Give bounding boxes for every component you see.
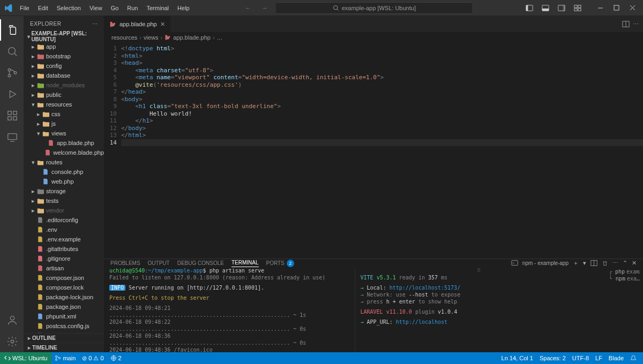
menu-help[interactable]: Help <box>174 3 193 13</box>
command-center-search[interactable]: example-app [WSL: Ubuntu] <box>275 2 473 14</box>
activity-extensions-icon[interactable] <box>0 105 24 126</box>
menu-go[interactable]: Go <box>107 3 123 13</box>
tree-vendor[interactable]: ▸vendor <box>24 206 104 215</box>
status-ports[interactable]: 2 <box>107 355 125 361</box>
window-minimize-icon[interactable] <box>593 2 608 14</box>
tree-web.php[interactable]: web.php <box>24 177 104 186</box>
window-close-icon[interactable] <box>625 2 640 14</box>
breadcrumbs[interactable]: resources›views›app.blade.php›… <box>104 32 643 43</box>
tree-package.json[interactable]: package.json <box>24 302 104 312</box>
panel-tab-output[interactable]: OUTPUT <box>148 260 170 266</box>
tree-views[interactable]: ▾views <box>24 128 104 138</box>
breadcrumb-item[interactable]: resources <box>111 34 137 41</box>
tree-.editorconfig[interactable]: .editorconfig <box>24 215 104 225</box>
tree-storage[interactable]: ▸storage <box>24 186 104 196</box>
terminal-pane-right[interactable]: ⠿ VITE v5.3.1 ready in 357 ms → Local: h… <box>355 267 606 360</box>
status-notifications-icon[interactable] <box>627 355 640 361</box>
status-problems[interactable]: ⊘0 ⚠0 <box>79 355 107 362</box>
tree-config[interactable]: ▸config <box>24 61 104 71</box>
layout-sidebar-right-icon[interactable] <box>554 2 569 14</box>
menu-file[interactable]: File <box>16 3 33 13</box>
customize-layout-icon[interactable] <box>570 2 585 14</box>
tree-.env.example[interactable]: .env.example <box>24 234 104 244</box>
window-maximize-icon[interactable] <box>609 2 624 14</box>
breadcrumb-item[interactable]: … <box>217 34 223 41</box>
activity-search-icon[interactable] <box>0 41 24 62</box>
tree-public[interactable]: ▸public <box>24 90 104 100</box>
tree-package-lock.json[interactable]: package-lock.json <box>24 292 104 302</box>
menu-view[interactable]: View <box>86 3 106 13</box>
status-eol[interactable]: LF <box>592 355 605 361</box>
menu-selection[interactable]: Selection <box>53 3 85 13</box>
svg-rect-24 <box>13 117 17 120</box>
terminal-add-icon[interactable]: ＋ <box>573 259 579 267</box>
timeline-section[interactable]: ▸TIMELINE <box>24 343 104 352</box>
panel-more-icon[interactable]: ⋯ <box>612 260 618 267</box>
terminal-list-item[interactable]: ┌php exam… <box>609 268 640 275</box>
activity-explorer-icon[interactable] <box>0 19 24 41</box>
nav-back-icon[interactable]: ← <box>242 3 254 13</box>
status-remote[interactable]: WSL: Ubuntu <box>0 352 51 364</box>
panel-maximize-icon[interactable]: ⌃ <box>623 260 627 267</box>
terminal-dropdown-icon[interactable]: ▾ <box>583 260 586 267</box>
terminal-launch-icon[interactable] <box>511 260 518 267</box>
tree-bootstrap[interactable]: ▸bootstrap <box>24 51 104 61</box>
status-encoding[interactable]: UTF-8 <box>569 355 592 361</box>
layout-panel-icon[interactable] <box>538 2 553 14</box>
code-editor[interactable]: 1234567891011121314 <!doctype html><html… <box>104 43 643 259</box>
tree-.gitattributes[interactable]: .gitattributes <box>24 244 104 254</box>
outline-section[interactable]: ▸OUTLINE <box>24 333 104 343</box>
tree-composer.json[interactable]: composer.json <box>24 273 104 283</box>
tree-postcss.config.js[interactable]: postcss.config.js <box>24 321 104 331</box>
tree-.env[interactable]: .env <box>24 225 104 234</box>
kill-terminal-icon[interactable] <box>602 260 608 267</box>
nav-forward-icon[interactable]: → <box>258 3 271 13</box>
tree-js[interactable]: ▸js <box>24 119 104 128</box>
tree-tests[interactable]: ▸tests <box>24 196 104 206</box>
status-language[interactable]: Blade <box>605 355 627 361</box>
project-header[interactable]: ▾ EXAMPLE-APP [WSL: UBUNTU] <box>24 31 104 42</box>
status-branch[interactable]: main <box>51 355 79 361</box>
terminal-list-item[interactable]: └npm exa… <box>609 275 640 282</box>
terminal-launch-label[interactable]: npm - example-app <box>522 260 569 266</box>
panel-tab-debug-console[interactable]: DEBUG CONSOLE <box>177 260 224 266</box>
activity-remote-icon[interactable] <box>0 126 24 148</box>
tree-css[interactable]: ▸css <box>24 109 104 119</box>
activity-scm-icon[interactable] <box>0 62 24 84</box>
split-terminal-icon[interactable] <box>590 260 597 267</box>
tab-close-icon[interactable]: ✕ <box>160 21 165 28</box>
panel-tab-problems[interactable]: PROBLEMS <box>110 260 140 266</box>
menu-run[interactable]: Run <box>123 3 141 13</box>
breadcrumb-item[interactable]: views <box>144 34 159 41</box>
breadcrumb-item[interactable]: app.blade.php <box>173 34 211 41</box>
tree-phpunit.xml[interactable]: phpunit.xml <box>24 312 104 321</box>
panel-close-icon[interactable]: ✕ <box>632 260 637 267</box>
activity-account-icon[interactable] <box>0 309 24 331</box>
tree-node_modules[interactable]: ▸node_modules <box>24 80 104 90</box>
layout-sidebar-left-icon[interactable] <box>522 2 537 14</box>
tree-.gitignore[interactable]: .gitignore <box>24 254 104 263</box>
panel-tab-terminal[interactable]: TERMINAL <box>231 260 259 267</box>
menu-edit[interactable]: Edit <box>34 3 52 13</box>
menu-terminal[interactable]: Terminal <box>143 3 173 13</box>
split-editor-icon[interactable] <box>622 20 630 28</box>
status-position[interactable]: Ln 14, Col 1 <box>498 355 536 361</box>
more-icon[interactable]: ⋯ <box>92 21 98 27</box>
tree-resources[interactable]: ▾resources <box>24 100 104 109</box>
panel-tab-ports[interactable]: PORTS2 <box>266 260 294 267</box>
activity-settings-icon[interactable] <box>0 331 24 352</box>
tree-app[interactable]: ▸app <box>24 42 104 51</box>
status-indent[interactable]: Spaces: 2 <box>536 355 569 361</box>
tree-app.blade.php[interactable]: app.blade.php <box>24 138 104 148</box>
tab-more-icon[interactable]: ⋯ <box>633 21 639 28</box>
terminal-body[interactable]: uchida@S540:~/tmp/example-app$ php artis… <box>104 267 643 360</box>
tree-routes[interactable]: ▾routes <box>24 157 104 167</box>
activity-debug-icon[interactable] <box>0 84 24 105</box>
tree-console.php[interactable]: console.php <box>24 167 104 177</box>
editor-tab[interactable]: app.blade.php ✕ <box>104 16 171 32</box>
tree-artisan[interactable]: artisan <box>24 263 104 273</box>
tree-composer.lock[interactable]: composer.lock <box>24 283 104 292</box>
tree-database[interactable]: ▸database <box>24 71 104 80</box>
tree-welcome.blade.php[interactable]: welcome.blade.php <box>24 148 104 157</box>
terminal-pane-left[interactable]: uchida@S540:~/tmp/example-app$ php artis… <box>104 267 355 360</box>
